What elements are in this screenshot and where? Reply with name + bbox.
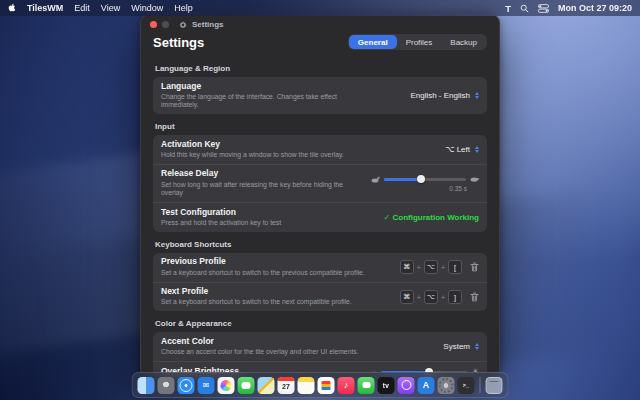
- row-accent-color: Accent Color Choose an accent color for …: [153, 332, 487, 361]
- dock-finder-icon[interactable]: [138, 377, 155, 394]
- close-button[interactable]: [150, 21, 157, 28]
- minimize-button[interactable]: [162, 21, 169, 28]
- dock-photos-icon[interactable]: [218, 377, 235, 394]
- chevron-updown-icon: [475, 343, 479, 350]
- row-text: Test Configuration Press and hold the ac…: [161, 208, 374, 228]
- dock-messages-icon[interactable]: [238, 377, 255, 394]
- row-activation-key: Activation Key Hold this key while movin…: [153, 135, 487, 164]
- dock-safari-icon[interactable]: [178, 377, 195, 394]
- dock-appletv-icon[interactable]: tv: [378, 377, 395, 394]
- dock-facetime-icon[interactable]: [358, 377, 375, 394]
- keycap-option: ⌥: [424, 260, 438, 274]
- appstore-glyph: A: [423, 380, 430, 390]
- window-titlebar[interactable]: Settings: [141, 15, 499, 31]
- short-delay-icon: [371, 176, 380, 183]
- setting-description: Hold this key while moving a window to s…: [161, 151, 366, 159]
- dock-system-settings-icon[interactable]: [438, 377, 455, 394]
- slider-track[interactable]: [384, 178, 466, 181]
- row-test-configuration: Test Configuration Press and hold the ac…: [153, 202, 487, 232]
- keycap-bracket-left: [: [448, 260, 462, 274]
- section-title-language-region: Language & Region: [155, 64, 485, 73]
- setting-description: Set a keyboard shortcut to switch to the…: [161, 298, 366, 306]
- activation-key-dropdown[interactable]: ⌥ Left: [445, 145, 479, 154]
- next-profile-shortcut-recorder[interactable]: ⌘ + ⌥ + ]: [400, 290, 479, 304]
- setting-description: Press and hold the activation key to tes…: [161, 219, 366, 227]
- dock-mail-icon[interactable]: ✉: [198, 377, 215, 394]
- tileswm-status-icon[interactable]: T: [505, 2, 511, 14]
- dock-maps-icon[interactable]: [258, 377, 275, 394]
- settings-window: Settings Settings General Profiles Backu…: [140, 14, 500, 378]
- tab-general[interactable]: General: [349, 35, 397, 49]
- chevron-updown-icon: [475, 92, 479, 99]
- slider-knob[interactable]: [417, 175, 425, 183]
- group-keyboard-shortcuts: Previous Profile Set a keyboard shortcut…: [153, 253, 487, 312]
- row-language: Language Change the language of the inte…: [153, 77, 487, 114]
- menu-item-window[interactable]: Window: [131, 3, 163, 13]
- dock-trash-icon[interactable]: [486, 377, 503, 394]
- group-input: Activation Key Hold this key while movin…: [153, 135, 487, 232]
- dock-podcasts-icon[interactable]: [398, 377, 415, 394]
- section-title-keyboard-shortcuts: Keyboard Shortcuts: [155, 240, 485, 249]
- delete-shortcut-button[interactable]: [470, 262, 479, 272]
- menu-item-view[interactable]: View: [101, 3, 120, 13]
- menu-item-edit[interactable]: Edit: [74, 3, 90, 13]
- dock-reminders-icon[interactable]: [318, 377, 335, 394]
- setting-description: Set how long to wait after releasing the…: [161, 181, 361, 198]
- calendar-day: 27: [282, 383, 290, 390]
- setting-label: Next Profile: [161, 287, 390, 297]
- keycap-option: ⌥: [424, 290, 438, 304]
- row-text: Next Profile Set a keyboard shortcut to …: [161, 287, 390, 307]
- apple-icon[interactable]: [8, 2, 16, 14]
- setting-description: Change the language of the interface. Ch…: [161, 93, 366, 110]
- dock-music-icon[interactable]: ♪: [338, 377, 355, 394]
- menu-item-help[interactable]: Help: [174, 3, 193, 13]
- delete-shortcut-button[interactable]: [470, 292, 479, 302]
- keycap-command: ⌘: [400, 260, 414, 274]
- dock-terminal-icon[interactable]: >_: [458, 377, 475, 394]
- dock-notes-icon[interactable]: [298, 377, 315, 394]
- tv-label: tv: [383, 382, 389, 389]
- settings-header: Settings General Profiles Backup: [141, 31, 499, 56]
- accent-color-dropdown[interactable]: System: [443, 342, 479, 351]
- music-note-icon: ♪: [344, 380, 349, 390]
- previous-profile-shortcut-recorder[interactable]: ⌘ + ⌥ + [: [400, 260, 479, 274]
- chevron-updown-icon: [475, 146, 479, 153]
- row-text: Release Delay Set how long to wait after…: [161, 169, 361, 197]
- desktop: TilesWM Edit View Window Help T Mon Oct …: [0, 0, 640, 400]
- dock-separator: [480, 377, 481, 393]
- menu-bar: TilesWM Edit View Window Help T Mon Oct …: [0, 0, 640, 16]
- control-center-icon[interactable]: [538, 2, 549, 14]
- row-next-profile: Next Profile Set a keyboard shortcut to …: [153, 282, 487, 312]
- menu-item-app[interactable]: TilesWM: [27, 3, 63, 13]
- menu-bar-clock[interactable]: Mon Oct 27 09:20: [558, 3, 632, 13]
- plus-separator: +: [441, 294, 445, 301]
- page-title: Settings: [153, 35, 204, 50]
- language-dropdown[interactable]: English - English: [410, 91, 479, 100]
- plus-separator: +: [441, 264, 445, 271]
- setting-label: Previous Profile: [161, 257, 390, 267]
- dock-calendar-icon[interactable]: 27: [278, 377, 295, 394]
- section-title-input: Input: [155, 122, 485, 131]
- menu-bar-left: TilesWM Edit View Window Help: [8, 2, 193, 14]
- dock-appstore-icon[interactable]: A: [418, 377, 435, 394]
- tab-backup[interactable]: Backup: [441, 35, 486, 49]
- dropdown-value: ⌥ Left: [445, 145, 470, 154]
- window-title: Settings: [192, 20, 224, 29]
- plus-separator: +: [417, 294, 421, 301]
- keycap-bracket-right: ]: [448, 290, 462, 304]
- row-text: Previous Profile Set a keyboard shortcut…: [161, 257, 390, 277]
- group-color-appearance: Accent Color Choose an accent color for …: [153, 332, 487, 374]
- release-delay-slider[interactable]: 0.35 s: [371, 176, 479, 192]
- tab-profiles[interactable]: Profiles: [397, 35, 442, 49]
- row-text: Language Change the language of the inte…: [161, 82, 400, 110]
- dock-launchpad-icon[interactable]: [158, 377, 175, 394]
- dropdown-value: English - English: [410, 91, 470, 100]
- configuration-status-badge: ✓ Configuration Working: [384, 213, 479, 222]
- terminal-prompt: >_: [463, 382, 469, 388]
- setting-description: Choose an accent color for the tile over…: [161, 348, 366, 356]
- mail-envelope-icon: ✉: [203, 381, 210, 390]
- setting-description: Set a keyboard shortcut to switch to the…: [161, 269, 366, 277]
- keycap-command: ⌘: [400, 290, 414, 304]
- search-icon[interactable]: [520, 2, 529, 14]
- tab-bar: General Profiles Backup: [348, 34, 487, 50]
